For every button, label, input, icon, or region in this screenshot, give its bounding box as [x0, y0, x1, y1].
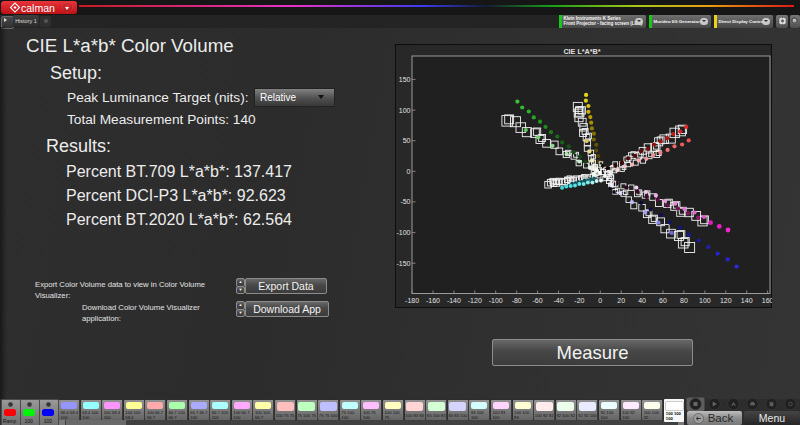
svg-text:50: 50 — [403, 137, 411, 144]
svg-text:60: 60 — [659, 297, 667, 304]
svg-text:-40: -40 — [553, 297, 563, 304]
svg-text:120: 120 — [720, 297, 732, 304]
svg-text:80: 80 — [680, 297, 688, 304]
svg-text:-150: -150 — [396, 260, 410, 267]
svg-text:100: 100 — [399, 107, 411, 114]
svg-text:-160: -160 — [426, 297, 440, 304]
svg-text:20: 20 — [617, 297, 625, 304]
svg-text:-180: -180 — [405, 297, 419, 304]
svg-text:-60: -60 — [533, 297, 543, 304]
svg-text:-120: -120 — [468, 297, 482, 304]
svg-text:0: 0 — [407, 168, 411, 175]
svg-text:150: 150 — [399, 76, 411, 83]
svg-text:140: 140 — [741, 297, 753, 304]
svg-text:-140: -140 — [447, 297, 461, 304]
svg-text:40: 40 — [638, 297, 646, 304]
svg-text:160: 160 — [762, 297, 772, 304]
svg-text:-50: -50 — [400, 198, 410, 205]
svg-text:-100: -100 — [396, 229, 410, 236]
svg-text:-20: -20 — [574, 297, 584, 304]
svg-text:CIE L*A*B*: CIE L*A*B* — [563, 47, 600, 56]
svg-text:-100: -100 — [489, 297, 503, 304]
svg-text:0: 0 — [598, 297, 602, 304]
svg-text:100: 100 — [699, 297, 711, 304]
svg-text:-80: -80 — [512, 297, 522, 304]
